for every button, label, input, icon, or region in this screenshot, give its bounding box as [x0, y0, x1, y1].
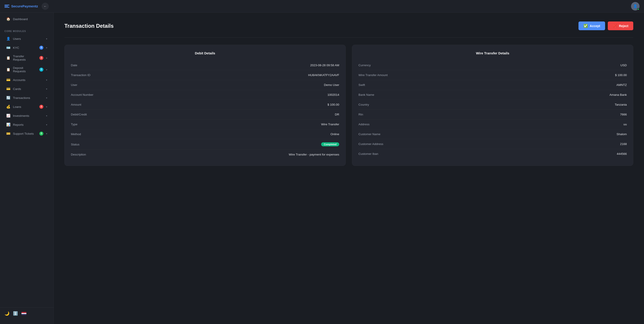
- debit-amount-value: $ 100.00: [327, 103, 339, 106]
- wire-customer-name-row: Customer Name Shalom: [358, 129, 627, 139]
- sidebar-item-dashboard[interactable]: 🏠 Dashboard: [2, 14, 52, 24]
- navbar-left: SecurePaymentz ←: [4, 3, 49, 10]
- sidebar-item-kyc[interactable]: 🪪 KYC 0 ▾: [2, 44, 52, 52]
- sidebar-item-loans[interactable]: 💰 Loans 0 ▾: [2, 103, 52, 111]
- sidebar-section-core-modules: CORE MODULES: [0, 25, 54, 34]
- wire-customer-address-row: Customer Address 2168: [358, 139, 627, 149]
- chevron-down-icon: ▾: [46, 57, 47, 59]
- sidebar-item-reports[interactable]: 📊 Reports ▾: [2, 120, 52, 129]
- main-content: Transaction Details ✅ Accept ❌ Reject De…: [54, 13, 644, 324]
- debit-card-title: Debit Details: [71, 51, 339, 55]
- deposit-requests-icon: 📋: [6, 68, 10, 72]
- sidebar-item-accounts[interactable]: 💳 Accounts ▾: [2, 76, 52, 84]
- debit-account-label: Account Number: [71, 93, 94, 96]
- loans-badge: 0: [39, 105, 44, 109]
- info-icon[interactable]: ℹ️: [13, 311, 18, 316]
- sidebar-kyc-label: KYC: [13, 46, 37, 50]
- wire-swift-row: Swift AMNTZ: [358, 80, 627, 90]
- debit-status-label: Status: [71, 143, 80, 146]
- debit-type-label: Type: [71, 123, 77, 126]
- logo-name: Secure: [11, 4, 22, 8]
- debit-date-label: Date: [71, 64, 77, 67]
- logo: SecurePaymentz: [4, 4, 38, 8]
- debit-txid-label: Transaction ID: [71, 73, 90, 77]
- debit-dc-row: Debit/Credit DR: [71, 110, 339, 120]
- debit-desc-label: Description: [71, 153, 86, 156]
- debit-account-row: Account Number 1002014: [71, 90, 339, 100]
- sidebar-deposit-label: Deposit Requests: [13, 66, 37, 73]
- wire-country-label: Country: [358, 103, 369, 106]
- reject-icon: ❌: [613, 24, 617, 28]
- sidebar-transfer-label: Transfer Requests: [13, 55, 37, 61]
- back-button[interactable]: ←: [42, 3, 49, 10]
- sidebar-cards-label: Cards: [13, 87, 44, 91]
- page-divider: [64, 37, 633, 38]
- debit-method-value: Online: [330, 132, 339, 136]
- sidebar-dashboard-label: Dashboard: [13, 18, 47, 21]
- wire-customer-iban-row: Customer Iban 444566: [358, 149, 627, 159]
- reports-icon: 📊: [6, 123, 10, 127]
- wire-amount-label: Wire Transfer Amount: [358, 73, 388, 77]
- sidebar-footer: 🌙 ℹ️: [0, 307, 54, 319]
- wire-currency-value: USD: [620, 64, 627, 67]
- wire-currency-row: Currency USD: [358, 60, 627, 70]
- sidebar-item-transactions[interactable]: 🔄 Transactions ▾: [2, 94, 52, 102]
- navbar: SecurePaymentz ← 👤: [0, 0, 644, 13]
- support-tickets-icon: 🎫: [6, 132, 10, 136]
- accept-button[interactable]: ✅ Accept: [578, 22, 605, 30]
- wire-bank-label: Bank Name: [358, 93, 374, 96]
- wire-customer-name-label: Customer Name: [358, 132, 380, 136]
- accept-label: Accept: [590, 24, 600, 28]
- wire-swift-label: Swift: [358, 83, 365, 87]
- dark-mode-icon[interactable]: 🌙: [4, 311, 10, 316]
- logo-bar-3: [4, 7, 10, 8]
- debit-user-value: Demo User: [324, 83, 339, 87]
- chevron-down-icon: ▾: [46, 115, 47, 117]
- language-flag-icon[interactable]: [22, 312, 26, 315]
- page-header: Transaction Details ✅ Accept ❌ Reject: [64, 22, 633, 30]
- wire-currency-label: Currency: [358, 64, 371, 67]
- sidebar-item-investments[interactable]: 📈 Investments ▾: [2, 111, 52, 120]
- debit-amount-label: Amount: [71, 103, 82, 106]
- debit-txid-value: HU8AKNKATFY2AAVF: [308, 73, 339, 77]
- wire-country-row: Country Tanzania: [358, 100, 627, 110]
- sidebar-item-cards[interactable]: 💳 Cards ▾: [2, 85, 52, 93]
- wire-customer-address-label: Customer Address: [358, 142, 383, 146]
- chevron-down-icon: ▾: [46, 38, 47, 40]
- sidebar-item-deposit-requests[interactable]: 📋 Deposit Requests 0 ▾: [2, 64, 52, 75]
- reject-button[interactable]: ❌ Reject: [608, 22, 633, 30]
- debit-desc-value: Wire Transfer - payment for expenses: [289, 153, 339, 156]
- sidebar-item-transfer-requests[interactable]: 📋 Transfer Requests 3 ▾: [2, 52, 52, 64]
- debit-txid-row: Transaction ID HU8AKNKATFY2AAVF: [71, 70, 339, 80]
- reject-label: Reject: [619, 24, 628, 28]
- debit-account-value: 1002014: [327, 93, 339, 96]
- debit-type-row: Type Wire Transfer: [71, 120, 339, 129]
- users-icon: 👤: [6, 37, 10, 41]
- chevron-down-icon: ▾: [46, 47, 47, 49]
- user-avatar-wrap[interactable]: 👤: [631, 2, 640, 11]
- sidebar-item-support-tickets[interactable]: 🎫 Support Tickets 0 ▾: [2, 129, 52, 138]
- debit-desc-row: Description Wire Transfer - payment for …: [71, 150, 339, 159]
- wire-country-value: Tanzania: [615, 103, 627, 106]
- deposit-requests-badge: 0: [39, 68, 44, 72]
- cards-icon: 💳: [6, 87, 10, 91]
- wire-address-value: uu: [624, 123, 627, 126]
- logo-bar-1: [4, 5, 10, 5]
- chevron-down-icon: ▾: [46, 88, 47, 90]
- page-title: Transaction Details: [64, 23, 114, 29]
- home-icon: 🏠: [6, 17, 10, 21]
- status-badge: Completed: [321, 142, 339, 146]
- wire-rtn-value: 7666: [620, 113, 627, 116]
- accept-icon: ✅: [584, 24, 588, 28]
- debit-user-label: User: [71, 83, 77, 87]
- wire-card-title: Wire Transfer Details: [358, 51, 627, 55]
- debit-details-card: Debit Details Date 2023-08-28 09:58 AM T…: [64, 45, 346, 166]
- chevron-down-icon: ▾: [46, 132, 47, 135]
- debit-dc-value: DR: [335, 113, 340, 116]
- chevron-down-icon: ▾: [46, 106, 47, 108]
- wire-rtn-row: Rtn 7666: [358, 110, 627, 120]
- logo-icon: [4, 5, 10, 8]
- sidebar-item-users[interactable]: 👤 Users ▾: [2, 35, 52, 43]
- kyc-icon: 🪪: [6, 46, 10, 50]
- wire-address-label: Address: [358, 123, 370, 126]
